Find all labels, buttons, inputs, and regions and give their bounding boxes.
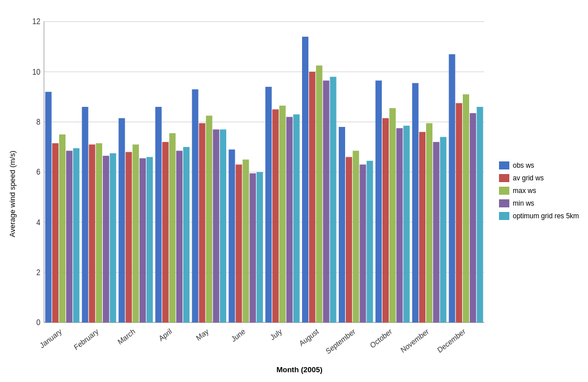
bar-September-obs_ws xyxy=(339,127,345,322)
bar-July-min_ws xyxy=(287,117,293,323)
bar-August-optimum xyxy=(330,77,336,323)
bar-May-av_grid_ws xyxy=(199,123,205,322)
bar-January-optimum xyxy=(73,148,79,322)
legend-color xyxy=(499,199,509,207)
bar-October-obs_ws xyxy=(376,80,382,322)
month-label-March: March xyxy=(116,327,137,346)
svg-text:8: 8 xyxy=(36,117,40,126)
bar-October-min_ws xyxy=(396,128,403,322)
month-label-September: September xyxy=(324,326,357,356)
plot-area: 024681012JanuaryFebruaryMarchAprilMayJun… xyxy=(17,11,490,363)
bar-February-max_ws xyxy=(96,143,102,322)
bar-April-optimum xyxy=(183,147,189,323)
bar-September-min_ws xyxy=(359,164,366,322)
month-label-February: February xyxy=(72,326,100,352)
bar-December-av_grid_ws xyxy=(456,103,462,322)
bar-December-optimum xyxy=(477,107,483,322)
bar-August-av_grid_ws xyxy=(309,72,315,322)
legend-color xyxy=(499,187,509,195)
bar-July-obs_ws xyxy=(265,87,272,322)
bar-January-max_ws xyxy=(59,134,65,322)
bar-May-optimum xyxy=(220,129,226,322)
bar-February-obs_ws xyxy=(82,107,88,322)
legend-label: av grid ws xyxy=(513,174,544,182)
legend-item-av_grid_ws: av grid ws xyxy=(499,174,582,182)
bar-January-av_grid_ws xyxy=(52,143,59,322)
bar-May-max_ws xyxy=(206,115,212,322)
bar-September-optimum xyxy=(367,161,373,323)
svg-text:12: 12 xyxy=(32,17,40,26)
bar-June-min_ws xyxy=(250,173,256,323)
bar-January-obs_ws xyxy=(45,92,52,323)
bar-March-min_ws xyxy=(140,159,146,323)
y-axis-label: Average wind speed (m/s) xyxy=(6,11,17,376)
legend-label: min ws xyxy=(513,199,534,207)
bar-May-obs_ws xyxy=(192,89,198,322)
bar-November-obs_ws xyxy=(412,83,419,323)
legend-color xyxy=(499,212,509,220)
bar-August-min_ws xyxy=(323,80,329,322)
bar-March-max_ws xyxy=(133,145,139,323)
legend-label: optimum grid res 5km xyxy=(513,212,579,220)
bar-October-max_ws xyxy=(389,108,396,322)
legend-item-min_ws: min ws xyxy=(499,199,582,207)
bar-December-min_ws xyxy=(470,113,476,322)
month-label-January: January xyxy=(38,326,64,350)
legend: obs ws av grid ws max ws min ws optimum … xyxy=(490,11,582,363)
bar-July-optimum xyxy=(293,114,300,322)
bar-January-min_ws xyxy=(66,151,72,322)
legend-item-optimum: optimum grid res 5km xyxy=(499,212,582,220)
bar-June-optimum xyxy=(257,172,263,323)
bar-March-optimum xyxy=(146,157,153,322)
bar-October-av_grid_ws xyxy=(382,118,389,323)
month-label-July: July xyxy=(269,326,284,342)
bar-November-optimum xyxy=(440,137,446,322)
legend-item-max_ws: max ws xyxy=(499,187,582,195)
bar-August-obs_ws xyxy=(302,37,308,323)
x-axis-label: Month (2005) xyxy=(17,363,582,376)
bar-April-min_ws xyxy=(176,151,183,322)
bar-September-av_grid_ws xyxy=(346,157,352,322)
month-label-June: June xyxy=(230,327,247,344)
bar-February-min_ws xyxy=(103,156,109,322)
svg-text:10: 10 xyxy=(32,67,40,76)
bar-October-optimum xyxy=(403,126,409,323)
bar-July-max_ws xyxy=(279,106,285,323)
legend-color xyxy=(499,174,509,182)
bar-March-av_grid_ws xyxy=(126,152,132,323)
bar-May-min_ws xyxy=(213,129,219,322)
bar-September-max_ws xyxy=(353,151,359,322)
legend-item-obs_ws: obs ws xyxy=(499,161,582,169)
legend-label: obs ws xyxy=(513,161,534,169)
bar-April-av_grid_ws xyxy=(163,142,169,322)
bar-November-max_ws xyxy=(426,123,432,322)
bar-June-obs_ws xyxy=(229,149,235,322)
month-label-November: November xyxy=(399,326,431,354)
month-label-October: October xyxy=(369,326,394,350)
bar-August-max_ws xyxy=(316,65,322,322)
bar-July-av_grid_ws xyxy=(272,109,278,322)
bar-June-av_grid_ws xyxy=(235,164,242,322)
bar-December-obs_ws xyxy=(449,54,455,322)
month-label-April: April xyxy=(157,327,173,343)
chart-container: Average wind speed (m/s) 024681012Januar… xyxy=(0,0,588,382)
bar-June-max_ws xyxy=(243,160,249,323)
svg-text:0: 0 xyxy=(36,318,40,327)
bar-February-optimum xyxy=(110,153,116,323)
svg-text:6: 6 xyxy=(36,168,40,177)
month-label-May: May xyxy=(195,326,210,342)
bar-December-max_ws xyxy=(463,94,469,322)
legend-label: max ws xyxy=(513,187,536,195)
chart-svg: 024681012JanuaryFebruaryMarchAprilMayJun… xyxy=(17,11,490,363)
svg-text:4: 4 xyxy=(36,218,41,227)
bar-February-av_grid_ws xyxy=(89,145,95,323)
bar-April-obs_ws xyxy=(155,107,161,322)
svg-text:2: 2 xyxy=(36,268,40,277)
bar-April-max_ws xyxy=(169,133,176,323)
month-label-August: August xyxy=(297,326,320,348)
bar-November-min_ws xyxy=(433,142,439,322)
month-label-December: December xyxy=(436,326,467,354)
bar-November-av_grid_ws xyxy=(419,132,425,323)
bar-March-obs_ws xyxy=(119,118,125,323)
legend-color xyxy=(499,161,509,169)
